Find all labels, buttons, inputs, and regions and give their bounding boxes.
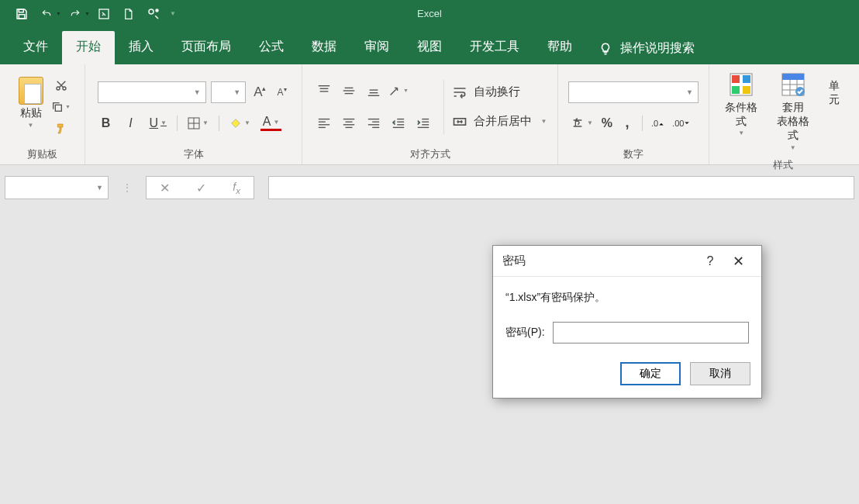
group-number: ▼ ▼ % , .0 .00 数字 xyxy=(558,64,709,164)
chevron-down-icon: ▼ xyxy=(244,119,250,126)
tab-page-layout[interactable]: 页面布局 xyxy=(167,31,245,64)
paste-icon xyxy=(19,77,43,105)
redo-icon xyxy=(64,3,86,25)
tab-formulas[interactable]: 公式 xyxy=(245,31,298,64)
comma-button[interactable]: , xyxy=(619,114,636,133)
svg-point-3 xyxy=(149,9,154,14)
tell-me-label: 操作说明搜索 xyxy=(620,40,695,57)
border-button[interactable]: ▼ xyxy=(185,114,211,133)
chevron-down-icon: ▼ xyxy=(738,129,744,137)
font-size-combo[interactable]: ▼ xyxy=(211,81,247,103)
cancel-formula-button[interactable]: ✕ xyxy=(160,181,170,195)
formula-input[interactable] xyxy=(268,176,854,199)
orientation-button[interactable]: ▼ xyxy=(388,80,409,102)
app-title: Excel xyxy=(417,8,442,19)
svg-rect-47 xyxy=(782,74,804,80)
percent-button[interactable]: % xyxy=(599,114,616,133)
merge-center-button[interactable]: 合并后居中 ▼ xyxy=(452,109,547,134)
undo-button[interactable]: ▼ xyxy=(36,3,61,25)
fill-color-button[interactable]: ▼ xyxy=(227,114,253,133)
bold-button[interactable]: B xyxy=(98,114,115,133)
font-color-button[interactable]: A▼ xyxy=(260,115,282,131)
svg-rect-1 xyxy=(19,14,25,18)
ok-button[interactable]: 确定 xyxy=(620,362,681,385)
tab-file[interactable]: 文件 xyxy=(9,31,62,64)
cell-styles-button[interactable]: 单元 xyxy=(825,72,844,152)
merge-label: 合并后居中 xyxy=(474,114,532,129)
tab-insert[interactable]: 插入 xyxy=(115,31,167,64)
chevron-down-icon: ▼ xyxy=(96,184,103,192)
italic-button[interactable]: I xyxy=(122,114,140,133)
conditional-formatting-button[interactable]: 条件格式 ▼ xyxy=(722,72,761,152)
cut-button[interactable] xyxy=(51,77,71,94)
cell-styles-label: 单元 xyxy=(825,78,844,106)
separator: ⋮ xyxy=(122,182,132,193)
table-format-label: 套用 表格格式 xyxy=(773,100,812,143)
align-center-button[interactable] xyxy=(338,112,360,134)
name-box[interactable]: ▼ xyxy=(5,176,109,199)
fullscreen-icon[interactable] xyxy=(93,3,115,25)
new-file-icon[interactable] xyxy=(118,3,140,25)
chevron-down-icon: ▼ xyxy=(14,122,48,129)
align-top-button[interactable] xyxy=(313,80,335,102)
group-font-label: 字体 xyxy=(90,144,297,163)
tell-me-search[interactable]: 操作说明搜索 xyxy=(586,33,707,64)
decrease-decimal-button[interactable]: .00 xyxy=(670,114,692,133)
decrease-indent-button[interactable] xyxy=(388,112,409,134)
tab-data[interactable]: 数据 xyxy=(298,31,350,64)
password-input[interactable] xyxy=(553,322,749,343)
chevron-down-icon: ▼ xyxy=(56,11,61,16)
increase-decimal-button[interactable]: .0 xyxy=(649,114,667,133)
align-right-button[interactable] xyxy=(363,112,385,134)
table-format-icon xyxy=(781,72,806,97)
align-bottom-button[interactable] xyxy=(363,80,385,102)
format-as-table-button[interactable]: 套用 表格格式 ▼ xyxy=(773,72,812,152)
group-styles-label: 样式 xyxy=(714,155,852,174)
ribbon: 粘贴 ▼ ▼ 剪贴板 ▼ ▼ A▴ A▾ xyxy=(0,64,859,165)
accounting-format-button[interactable]: ▼ xyxy=(568,114,595,133)
lightbulb-icon xyxy=(599,42,612,56)
chevron-down-icon: ▼ xyxy=(541,118,547,125)
enter-formula-button[interactable]: ✓ xyxy=(196,181,206,195)
increase-indent-button[interactable] xyxy=(412,112,434,134)
svg-rect-7 xyxy=(55,105,61,111)
cancel-button[interactable]: 取消 xyxy=(690,362,750,385)
dialog-titlebar[interactable]: 密码 ? ✕ xyxy=(493,246,761,277)
tab-review[interactable]: 审阅 xyxy=(350,31,403,64)
copy-button[interactable]: ▼ xyxy=(51,98,71,116)
underline-button[interactable]: U▼ xyxy=(147,114,169,133)
touch-mode-icon[interactable] xyxy=(143,3,164,25)
group-font: ▼ ▼ A▴ A▾ B I U▼ ▼ ▼ A▼ 字体 xyxy=(85,64,302,164)
customize-qat-icon[interactable]: ▼ xyxy=(167,3,178,25)
group-styles: 条件格式 ▼ 套用 表格格式 ▼ 单元 样式 xyxy=(709,64,857,164)
wrap-text-button[interactable]: 自动换行 xyxy=(452,80,547,105)
chevron-down-icon: ▼ xyxy=(790,144,796,152)
close-button[interactable]: ✕ xyxy=(724,253,752,270)
tab-developer[interactable]: 开发工具 xyxy=(456,31,533,64)
tab-home[interactable]: 开始 xyxy=(62,31,115,64)
group-clipboard-label: 剪贴板 xyxy=(5,144,80,163)
font-family-combo[interactable]: ▼ xyxy=(98,81,206,103)
svg-rect-44 xyxy=(732,86,740,94)
wrap-icon xyxy=(452,85,467,100)
tab-help[interactable]: 帮助 xyxy=(533,31,586,64)
group-alignment-label: 对齐方式 xyxy=(307,144,553,163)
save-icon[interactable] xyxy=(11,3,33,25)
paste-button[interactable]: 粘贴 ▼ xyxy=(14,77,48,137)
paste-label: 粘贴 xyxy=(14,106,48,120)
svg-rect-0 xyxy=(19,9,23,12)
redo-button[interactable]: ▼ xyxy=(64,3,90,25)
format-painter-button[interactable] xyxy=(51,120,71,137)
tab-view[interactable]: 视图 xyxy=(403,31,456,64)
align-middle-button[interactable] xyxy=(338,80,360,102)
svg-point-4 xyxy=(156,9,158,12)
insert-function-button[interactable]: fx xyxy=(233,181,240,195)
svg-rect-42 xyxy=(732,75,740,83)
number-format-combo[interactable]: ▼ xyxy=(568,81,699,103)
chevron-down-icon: ▼ xyxy=(686,88,693,96)
help-button[interactable]: ? xyxy=(696,254,724,268)
align-left-button[interactable] xyxy=(313,112,335,134)
chevron-down-icon: ▼ xyxy=(233,88,240,96)
increase-font-button[interactable]: A▴ xyxy=(250,85,269,100)
decrease-font-button[interactable]: A▾ xyxy=(274,86,289,98)
